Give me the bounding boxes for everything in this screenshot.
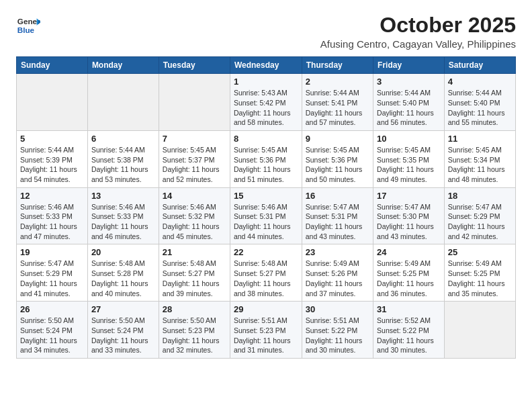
table-row: 21Sunrise: 5:48 AM Sunset: 5:27 PM Dayli… bbox=[159, 244, 230, 302]
header-sunday: Sunday bbox=[17, 57, 88, 74]
day-number: 10 bbox=[377, 134, 441, 144]
day-number: 20 bbox=[91, 247, 155, 257]
table-row: 15Sunrise: 5:46 AM Sunset: 5:31 PM Dayli… bbox=[230, 187, 302, 244]
day-number: 11 bbox=[448, 134, 512, 144]
weekday-header-row: Sunday Monday Tuesday Wednesday Thursday… bbox=[17, 57, 516, 74]
day-number: 23 bbox=[306, 247, 369, 257]
day-number: 24 bbox=[377, 247, 441, 257]
table-row: 3Sunrise: 5:44 AM Sunset: 5:40 PM Daylig… bbox=[373, 74, 445, 131]
header-friday: Friday bbox=[373, 57, 445, 74]
day-info: Sunrise: 5:50 AM Sunset: 5:23 PM Dayligh… bbox=[163, 316, 226, 355]
day-info: Sunrise: 5:44 AM Sunset: 5:40 PM Dayligh… bbox=[448, 88, 512, 128]
calendar-title: October 2025 bbox=[320, 13, 516, 37]
day-info: Sunrise: 5:45 AM Sunset: 5:36 PM Dayligh… bbox=[234, 145, 298, 185]
day-info: Sunrise: 5:50 AM Sunset: 5:24 PM Dayligh… bbox=[20, 316, 84, 355]
day-number: 4 bbox=[448, 77, 512, 87]
table-row: 30Sunrise: 5:51 AM Sunset: 5:22 PM Dayli… bbox=[302, 302, 373, 359]
table-row: 17Sunrise: 5:47 AM Sunset: 5:30 PM Dayli… bbox=[373, 187, 445, 244]
day-number: 31 bbox=[377, 304, 441, 314]
calendar-week-row: 26Sunrise: 5:50 AM Sunset: 5:24 PM Dayli… bbox=[17, 302, 516, 359]
day-number: 25 bbox=[448, 247, 512, 257]
day-info: Sunrise: 5:50 AM Sunset: 5:24 PM Dayligh… bbox=[91, 316, 155, 355]
day-number: 1 bbox=[234, 77, 298, 87]
day-number: 27 bbox=[91, 304, 155, 314]
table-row: 25Sunrise: 5:49 AM Sunset: 5:25 PM Dayli… bbox=[444, 244, 515, 302]
day-info: Sunrise: 5:49 AM Sunset: 5:26 PM Dayligh… bbox=[306, 259, 369, 298]
day-info: Sunrise: 5:51 AM Sunset: 5:22 PM Dayligh… bbox=[306, 316, 369, 355]
day-info: Sunrise: 5:46 AM Sunset: 5:33 PM Dayligh… bbox=[20, 202, 84, 242]
day-info: Sunrise: 5:44 AM Sunset: 5:41 PM Dayligh… bbox=[306, 88, 369, 128]
day-info: Sunrise: 5:48 AM Sunset: 5:27 PM Dayligh… bbox=[163, 259, 226, 298]
day-number: 5 bbox=[20, 134, 84, 144]
table-row: 14Sunrise: 5:46 AM Sunset: 5:32 PM Dayli… bbox=[159, 187, 230, 244]
day-number: 30 bbox=[306, 304, 369, 314]
day-info: Sunrise: 5:43 AM Sunset: 5:42 PM Dayligh… bbox=[234, 88, 298, 128]
table-row: 16Sunrise: 5:47 AM Sunset: 5:31 PM Dayli… bbox=[302, 187, 373, 244]
day-number: 12 bbox=[20, 191, 84, 201]
page-header: General Blue October 2025 Afusing Centro… bbox=[16, 13, 516, 50]
header-tuesday: Tuesday bbox=[159, 57, 230, 74]
table-row: 8Sunrise: 5:45 AM Sunset: 5:36 PM Daylig… bbox=[230, 130, 302, 187]
table-row: 10Sunrise: 5:45 AM Sunset: 5:35 PM Dayli… bbox=[373, 130, 445, 187]
table-row bbox=[444, 302, 515, 359]
header-monday: Monday bbox=[87, 57, 159, 74]
table-row: 22Sunrise: 5:48 AM Sunset: 5:27 PM Dayli… bbox=[230, 244, 302, 302]
day-info: Sunrise: 5:48 AM Sunset: 5:27 PM Dayligh… bbox=[234, 259, 298, 298]
title-block: October 2025 Afusing Centro, Cagayan Val… bbox=[320, 13, 516, 50]
day-number: 19 bbox=[20, 247, 84, 257]
calendar-week-row: 12Sunrise: 5:46 AM Sunset: 5:33 PM Dayli… bbox=[17, 187, 516, 244]
day-number: 13 bbox=[91, 191, 155, 201]
day-info: Sunrise: 5:45 AM Sunset: 5:37 PM Dayligh… bbox=[163, 145, 226, 185]
table-row: 11Sunrise: 5:45 AM Sunset: 5:34 PM Dayli… bbox=[444, 130, 515, 187]
day-number: 17 bbox=[377, 191, 441, 201]
day-info: Sunrise: 5:44 AM Sunset: 5:38 PM Dayligh… bbox=[91, 145, 155, 185]
day-number: 9 bbox=[306, 134, 369, 144]
table-row: 13Sunrise: 5:46 AM Sunset: 5:33 PM Dayli… bbox=[87, 187, 159, 244]
table-row: 2Sunrise: 5:44 AM Sunset: 5:41 PM Daylig… bbox=[302, 74, 373, 131]
day-number: 16 bbox=[306, 191, 369, 201]
svg-text:Blue: Blue bbox=[17, 26, 35, 34]
day-info: Sunrise: 5:52 AM Sunset: 5:22 PM Dayligh… bbox=[377, 316, 441, 355]
day-info: Sunrise: 5:46 AM Sunset: 5:32 PM Dayligh… bbox=[163, 202, 226, 242]
table-row: 24Sunrise: 5:49 AM Sunset: 5:25 PM Dayli… bbox=[373, 244, 445, 302]
day-info: Sunrise: 5:45 AM Sunset: 5:34 PM Dayligh… bbox=[448, 145, 512, 185]
day-number: 8 bbox=[234, 134, 298, 144]
day-number: 18 bbox=[448, 191, 512, 201]
day-info: Sunrise: 5:45 AM Sunset: 5:36 PM Dayligh… bbox=[306, 145, 369, 185]
table-row: 19Sunrise: 5:47 AM Sunset: 5:29 PM Dayli… bbox=[17, 244, 88, 302]
table-row: 4Sunrise: 5:44 AM Sunset: 5:40 PM Daylig… bbox=[444, 74, 515, 131]
header-saturday: Saturday bbox=[444, 57, 515, 74]
table-row: 1Sunrise: 5:43 AM Sunset: 5:42 PM Daylig… bbox=[230, 74, 302, 131]
table-row: 26Sunrise: 5:50 AM Sunset: 5:24 PM Dayli… bbox=[17, 302, 88, 359]
table-row: 6Sunrise: 5:44 AM Sunset: 5:38 PM Daylig… bbox=[87, 130, 159, 187]
table-row: 18Sunrise: 5:47 AM Sunset: 5:29 PM Dayli… bbox=[444, 187, 515, 244]
calendar-week-row: 19Sunrise: 5:47 AM Sunset: 5:29 PM Dayli… bbox=[17, 244, 516, 302]
table-row: 28Sunrise: 5:50 AM Sunset: 5:23 PM Dayli… bbox=[159, 302, 230, 359]
day-number: 26 bbox=[20, 304, 84, 314]
table-row: 31Sunrise: 5:52 AM Sunset: 5:22 PM Dayli… bbox=[373, 302, 445, 359]
day-info: Sunrise: 5:51 AM Sunset: 5:23 PM Dayligh… bbox=[234, 316, 298, 355]
table-row: 27Sunrise: 5:50 AM Sunset: 5:24 PM Dayli… bbox=[87, 302, 159, 359]
logo: General Blue bbox=[16, 13, 43, 38]
day-number: 14 bbox=[163, 191, 226, 201]
day-info: Sunrise: 5:47 AM Sunset: 5:30 PM Dayligh… bbox=[377, 202, 441, 242]
day-info: Sunrise: 5:49 AM Sunset: 5:25 PM Dayligh… bbox=[448, 259, 512, 298]
day-number: 29 bbox=[234, 304, 298, 314]
table-row: 23Sunrise: 5:49 AM Sunset: 5:26 PM Dayli… bbox=[302, 244, 373, 302]
day-info: Sunrise: 5:47 AM Sunset: 5:29 PM Dayligh… bbox=[20, 259, 84, 298]
day-info: Sunrise: 5:47 AM Sunset: 5:31 PM Dayligh… bbox=[306, 202, 369, 242]
day-number: 15 bbox=[234, 191, 298, 201]
table-row: 29Sunrise: 5:51 AM Sunset: 5:23 PM Dayli… bbox=[230, 302, 302, 359]
day-number: 3 bbox=[377, 77, 441, 87]
day-info: Sunrise: 5:46 AM Sunset: 5:33 PM Dayligh… bbox=[91, 202, 155, 242]
calendar-table: Sunday Monday Tuesday Wednesday Thursday… bbox=[16, 56, 516, 359]
day-info: Sunrise: 5:46 AM Sunset: 5:31 PM Dayligh… bbox=[234, 202, 298, 242]
table-row: 5Sunrise: 5:44 AM Sunset: 5:39 PM Daylig… bbox=[17, 130, 88, 187]
header-thursday: Thursday bbox=[302, 57, 373, 74]
day-info: Sunrise: 5:49 AM Sunset: 5:25 PM Dayligh… bbox=[377, 259, 441, 298]
day-number: 7 bbox=[163, 134, 226, 144]
header-wednesday: Wednesday bbox=[230, 57, 302, 74]
table-row: 7Sunrise: 5:45 AM Sunset: 5:37 PM Daylig… bbox=[159, 130, 230, 187]
table-row bbox=[17, 74, 88, 131]
calendar-week-row: 5Sunrise: 5:44 AM Sunset: 5:39 PM Daylig… bbox=[17, 130, 516, 187]
